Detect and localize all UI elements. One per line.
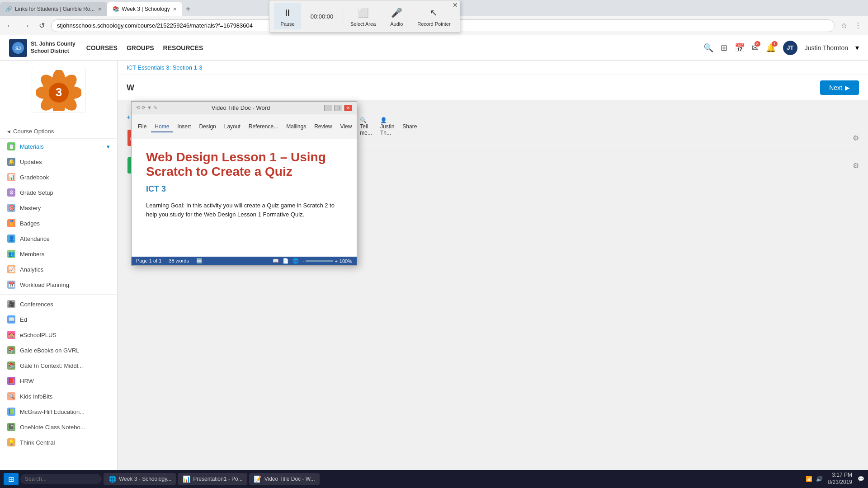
word-tab-design[interactable]: Design <box>195 122 219 132</box>
sidebar-label-gale-ebooks: Gale eBooks on GVRL <box>20 347 80 354</box>
word-tab-file[interactable]: File <box>134 122 150 132</box>
taskbar-item-powerpoint[interactable]: 📊 Presentation1 - Po... <box>178 473 247 485</box>
sidebar: 3 ◂ Course Options 📋 Materials ▾ 🔔 Updat… <box>0 61 118 488</box>
word-minimize-btn[interactable]: _ <box>324 105 332 111</box>
audio-btn[interactable]: 🎤 Audio <box>383 3 410 29</box>
sidebar-item-eschoolplus[interactable]: 🏫 eSchoolPLUS <box>0 327 117 343</box>
taskbar-item-edge[interactable]: 🌐 Week 3 - Schoology... <box>104 473 176 485</box>
zoom-slider[interactable] <box>306 260 333 262</box>
new-tab-button[interactable]: + <box>182 5 194 14</box>
taskbar-start-button[interactable]: ⊞ <box>4 473 19 485</box>
word-close-btn[interactable]: ✕ <box>344 105 352 111</box>
conferences-icon: 🎥 <box>7 300 15 308</box>
school-logo[interactable]: SJ St. Johns County School District <box>9 39 75 57</box>
web-layout-icon[interactable]: 🌐 <box>292 258 299 264</box>
sidebar-item-mcgraw[interactable]: 📗 McGraw-Hill Education... <box>0 404 117 419</box>
select-area-btn[interactable]: ⬜ Select Area <box>346 3 380 29</box>
badges-icon: 🏅 <box>7 219 15 227</box>
search-btn[interactable]: 🔍 <box>703 43 713 53</box>
recorder-close-btn[interactable]: ✕ <box>453 1 458 9</box>
breadcrumb[interactable]: ICT Essentials 3: Section 1-3 <box>118 61 868 75</box>
nav-groups[interactable]: GROUPS <box>127 44 154 52</box>
word-tab-layout[interactable]: Layout <box>221 122 244 132</box>
top-nav-right: 🔍 ⊞ 📅 ✉ 8 🔔 1 JT Justin Thornton ▾ <box>703 41 859 55</box>
print-layout-icon[interactable]: 📄 <box>283 258 289 264</box>
material-gear-2[interactable]: ⚙ <box>853 161 859 170</box>
notifications-btn[interactable]: 🔔 1 <box>766 43 776 53</box>
sidebar-item-updates[interactable]: 🔔 Updates <box>0 154 117 169</box>
sidebar-label-grade-setup: Grade Setup <box>20 189 53 196</box>
sidebar-item-materials[interactable]: 📋 Materials ▾ <box>0 139 117 154</box>
materials-icon: 📋 <box>7 142 15 150</box>
svg-text:SJ: SJ <box>15 46 21 51</box>
next-arrow-icon: ▶ <box>845 84 850 91</box>
sidebar-item-badges[interactable]: 🏅 Badges <box>0 216 117 231</box>
read-mode-icon[interactable]: 📖 <box>273 258 279 264</box>
sidebar-item-ed[interactable]: 📖 Ed <box>0 312 117 327</box>
sidebar-item-onenote[interactable]: 📓 OneNote Class Notebo... <box>0 419 117 435</box>
record-pointer-label: Record Pointer <box>417 21 450 27</box>
settings-btn[interactable]: ⋮ <box>852 19 864 32</box>
tab1-close[interactable]: ✕ <box>98 6 102 12</box>
word-maximize-btn[interactable]: □ <box>334 105 342 111</box>
nav-courses[interactable]: COURSES <box>86 44 118 52</box>
user-dropdown-icon[interactable]: ▾ <box>855 43 859 52</box>
sidebar-item-kids-infobits[interactable]: 🔍 Kids InfoBits <box>0 389 117 404</box>
reload-button[interactable]: ↺ <box>36 19 47 32</box>
word-icon: 📝 <box>254 475 262 483</box>
sidebar-item-attendance[interactable]: 👤 Attendance <box>0 231 117 246</box>
word-tab-insert[interactable]: Insert <box>174 122 194 132</box>
back-button[interactable]: ← <box>4 20 16 32</box>
sidebar-item-think-central[interactable]: 💡 Think Central <box>0 435 117 450</box>
sidebar-item-gradebook[interactable]: 📊 Gradebook <box>0 169 117 185</box>
messages-btn[interactable]: ✉ 8 <box>752 43 759 53</box>
zoom-out-btn[interactable]: - <box>302 258 304 264</box>
sidebar-label-eschool: eSchoolPLUS <box>20 332 57 338</box>
word-tab-mailings[interactable]: Mailings <box>283 122 310 132</box>
word-ribbon: File Home Insert Design Layout Reference… <box>132 114 357 139</box>
forward-button[interactable]: → <box>20 20 33 32</box>
taskbar-item-word[interactable]: 📝 Video Title Doc - W... <box>249 473 320 485</box>
material-gear-1[interactable]: ⚙ <box>853 134 859 142</box>
updates-icon: 🔔 <box>7 158 15 166</box>
next-button[interactable]: Next ▶ <box>820 80 859 95</box>
sidebar-item-gale-context[interactable]: 📚 Gale In Context: Middl... <box>0 358 117 373</box>
user-name[interactable]: Justin Thornton <box>805 44 848 52</box>
zoom-in-btn[interactable]: + <box>335 258 337 264</box>
sidebar-item-analytics[interactable]: 📈 Analytics <box>0 262 117 277</box>
taskbar-search[interactable] <box>20 474 102 484</box>
word-tab-user[interactable]: 👤 Justin Th... <box>377 115 398 139</box>
sidebar-item-hrw[interactable]: 📕 HRW <box>0 373 117 389</box>
word-tab-view[interactable]: View <box>337 122 356 132</box>
sidebar-item-grade-setup[interactable]: ⚙ Grade Setup <box>0 185 117 200</box>
word-lang: 🔤 <box>196 258 203 264</box>
sidebar-label-hrw: HRW <box>20 378 34 385</box>
user-avatar[interactable]: JT <box>783 41 797 55</box>
word-tab-review[interactable]: Review <box>311 122 335 132</box>
tab-1[interactable]: 🔗 Links for Students | Gamble Ro... ✕ <box>0 2 107 16</box>
sidebar-item-gale-ebooks[interactable]: 📚 Gale eBooks on GVRL <box>0 343 117 358</box>
course-options[interactable]: ◂ Course Options <box>0 124 117 139</box>
members-icon: 👥 <box>7 250 15 258</box>
pause-btn[interactable]: ⏸ Pause <box>274 3 301 29</box>
word-tab-share[interactable]: Share <box>399 122 420 132</box>
sidebar-item-workload-planning[interactable]: 📅 Workload Planning <box>0 277 117 292</box>
tab-2[interactable]: 📚 Week 3 | Schoology ✕ <box>107 2 182 16</box>
tab2-close[interactable]: ✕ <box>173 6 177 12</box>
nav-resources[interactable]: RESOURCES <box>163 44 203 52</box>
select-area-label: Select Area <box>350 21 376 27</box>
record-pointer-btn[interactable]: ↖ Record Pointer <box>413 3 455 29</box>
tray-notification-icon[interactable]: 💬 <box>858 476 864 482</box>
timer-display: 00:00:00 <box>304 7 340 26</box>
sidebar-item-mastery[interactable]: 🎯 Mastery <box>0 200 117 216</box>
word-tab-home[interactable]: Home <box>151 122 173 132</box>
word-tab-tellme[interactable]: 🔍 Tell me... <box>356 115 376 139</box>
word-statusbar-left: Page 1 of 1 38 words 🔤 <box>136 258 203 264</box>
sidebar-label-updates: Updates <box>20 159 42 165</box>
calendar-btn[interactable]: 📅 <box>735 43 745 53</box>
sidebar-item-members[interactable]: 👥 Members <box>0 246 117 262</box>
bookmark-btn[interactable]: ☆ <box>838 19 850 32</box>
word-tab-references[interactable]: Reference... <box>245 122 282 132</box>
sidebar-item-conferences[interactable]: 🎥 Conferences <box>0 296 117 312</box>
apps-btn[interactable]: ⊞ <box>721 43 727 53</box>
